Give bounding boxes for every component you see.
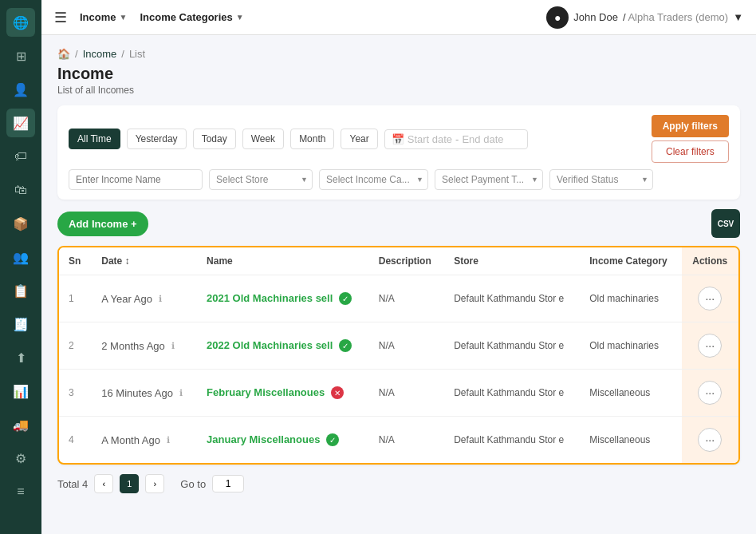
- filters-section: All Time Yesterday Today Week Month Year…: [57, 105, 740, 200]
- cell-actions: ···: [682, 322, 738, 370]
- month-btn[interactable]: Month: [290, 129, 334, 149]
- globe-icon[interactable]: 🌐: [6, 8, 35, 37]
- people-icon[interactable]: 👥: [6, 243, 35, 271]
- date-range-input[interactable]: 📅 Start date - End date: [384, 129, 528, 149]
- upload-icon[interactable]: ⬆: [6, 343, 35, 372]
- add-income-button[interactable]: Add Income +: [57, 212, 148, 236]
- filter-row-2: Select Store Select Income Ca... Select …: [69, 169, 729, 190]
- user-profile-icon[interactable]: 👤: [6, 75, 35, 104]
- table-row: 3 16 Minutes Ago ℹ February Miscellanoue…: [59, 370, 738, 417]
- page-content: 🏠 / Income / List Income List of all Inc…: [41, 35, 756, 534]
- next-page-button[interactable]: ›: [145, 474, 164, 493]
- col-date[interactable]: Date ↕: [92, 247, 197, 275]
- current-page-button[interactable]: 1: [120, 474, 139, 493]
- cell-store: Default Kathmandu Stor e: [444, 417, 580, 464]
- page-title: Income: [57, 65, 740, 83]
- breadcrumb-list: List: [129, 48, 145, 60]
- info-icon[interactable]: ℹ: [179, 388, 183, 398]
- action-menu-button[interactable]: ···: [698, 381, 722, 405]
- col-actions: Actions: [682, 247, 738, 275]
- year-btn[interactable]: Year: [341, 129, 377, 149]
- bill-icon[interactable]: 🧾: [6, 310, 35, 338]
- cell-date: A Month Ago ℹ: [92, 417, 197, 464]
- col-store: Store: [444, 247, 580, 275]
- stats-icon[interactable]: 📊: [6, 377, 35, 405]
- breadcrumb-sep2: /: [121, 48, 124, 60]
- dashboard-icon[interactable]: ⊞: [6, 42, 35, 70]
- cell-description: N/A: [369, 417, 444, 464]
- menu-list-icon[interactable]: ≡: [6, 477, 35, 506]
- truck-icon[interactable]: 🚚: [6, 410, 35, 439]
- income-name-link[interactable]: February Miscellanoues: [207, 386, 325, 398]
- goto-page-input[interactable]: [212, 475, 244, 492]
- payment-type-select[interactable]: Select Payment T...: [435, 169, 543, 190]
- info-icon[interactable]: ℹ: [171, 341, 175, 351]
- clear-filters-button[interactable]: Clear filters: [652, 140, 729, 163]
- income-nav-dropdown[interactable]: Income ▼: [80, 11, 127, 23]
- cell-name: February Miscellanoues ✕: [197, 370, 369, 417]
- csv-download-button[interactable]: CSV: [711, 209, 740, 238]
- info-icon[interactable]: ℹ: [167, 435, 170, 445]
- table-row: 2 2 Months Ago ℹ 2022 Old Machinaries se…: [59, 322, 738, 370]
- info-icon[interactable]: ℹ: [159, 294, 162, 304]
- income-categories-nav-label: Income Categories: [140, 11, 232, 23]
- cell-name: 2022 Old Machinaries sell ✓: [197, 322, 369, 370]
- cell-actions: ···: [682, 275, 738, 322]
- col-description: Description: [369, 247, 444, 275]
- cell-description: N/A: [369, 275, 444, 322]
- cell-sn: 2: [59, 322, 92, 370]
- main-content: ☰ Income ▼ Income Categories ▼ ● John Do…: [41, 0, 756, 534]
- breadcrumb-income-link[interactable]: Income: [83, 48, 117, 60]
- list-icon[interactable]: 📋: [6, 276, 35, 305]
- chart-icon[interactable]: 📈: [6, 109, 35, 137]
- verified-status-select[interactable]: Verified Status: [549, 169, 653, 190]
- income-table-wrapper: Sn Date ↕ Name Description Store Income …: [57, 246, 740, 465]
- unverified-icon: ✕: [331, 386, 344, 399]
- income-categories-nav-dropdown[interactable]: Income Categories ▼: [140, 11, 243, 23]
- breadcrumb-sep1: /: [75, 48, 78, 60]
- week-btn[interactable]: Week: [242, 129, 284, 149]
- col-income-category: Income Category: [580, 247, 681, 275]
- calendar-icon: 📅: [392, 133, 404, 145]
- income-name-link[interactable]: 2022 Old Machinaries sell: [207, 339, 333, 351]
- all-time-btn[interactable]: All Time: [69, 129, 120, 149]
- prev-page-button[interactable]: ‹: [94, 474, 113, 493]
- cell-income-category: Old machinaries: [580, 322, 681, 370]
- income-categories-nav-arrow: ▼: [236, 13, 244, 22]
- store-select[interactable]: Select Store: [209, 169, 313, 190]
- cell-store: Default Kathmandu Stor e: [444, 275, 580, 322]
- cell-sn: 4: [59, 417, 92, 464]
- box-icon[interactable]: 📦: [6, 209, 35, 238]
- cell-date: 2 Months Ago ℹ: [92, 322, 197, 370]
- cell-date: 16 Minutes Ago ℹ: [92, 370, 197, 417]
- income-category-select[interactable]: Select Income Ca...: [319, 169, 428, 190]
- income-name-link[interactable]: January Miscellanoues: [207, 433, 320, 445]
- income-table: Sn Date ↕ Name Description Store Income …: [59, 247, 738, 463]
- settings-icon[interactable]: ⚙: [6, 444, 35, 473]
- action-menu-button[interactable]: ···: [698, 287, 722, 311]
- bag-icon[interactable]: 🛍: [6, 176, 35, 204]
- page-subtitle: List of all Incomes: [57, 85, 740, 96]
- hamburger-icon[interactable]: ☰: [54, 9, 67, 26]
- cell-actions: ···: [682, 417, 738, 464]
- cell-description: N/A: [369, 322, 444, 370]
- goto-label: Go to: [180, 478, 206, 490]
- income-nav-label: Income: [80, 11, 116, 23]
- breadcrumb-home-icon[interactable]: 🏠: [57, 48, 70, 60]
- user-avatar: ●: [546, 6, 569, 29]
- action-menu-button[interactable]: ···: [698, 334, 722, 358]
- cell-actions: ···: [682, 370, 738, 417]
- cell-income-category: Miscellaneous: [580, 370, 681, 417]
- action-menu-button[interactable]: ···: [698, 428, 722, 452]
- total-count: Total 4: [57, 478, 88, 490]
- apply-filters-button[interactable]: Apply filters: [652, 115, 729, 137]
- income-name-link[interactable]: 2021 Old Machinaries sell: [207, 292, 333, 304]
- end-date-placeholder: End date: [462, 133, 503, 145]
- cell-income-category: Miscellaneous: [580, 417, 681, 464]
- tag-icon[interactable]: 🏷: [6, 142, 35, 171]
- cell-sn: 1: [59, 275, 92, 322]
- user-menu[interactable]: ● John Doe / Alpha Traders (demo) ▼: [546, 6, 743, 29]
- yesterday-btn[interactable]: Yesterday: [127, 129, 187, 149]
- today-btn[interactable]: Today: [193, 129, 236, 149]
- income-name-input[interactable]: [69, 169, 203, 190]
